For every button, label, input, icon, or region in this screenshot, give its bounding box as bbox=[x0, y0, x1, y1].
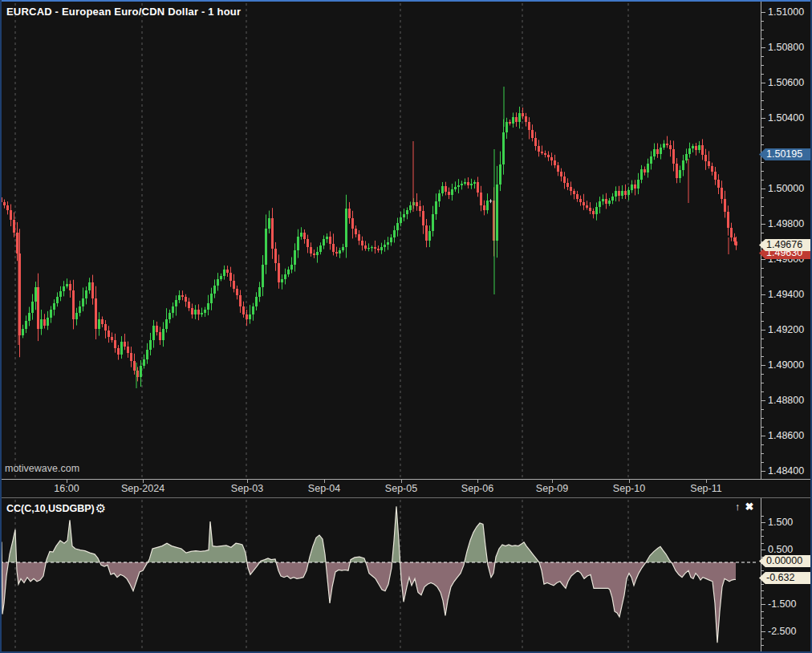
candle-body bbox=[204, 310, 206, 313]
maximize-panel-icon[interactable]: ↑ bbox=[735, 501, 741, 513]
price-minor-tick bbox=[761, 312, 764, 313]
price-minor-tick bbox=[761, 321, 764, 322]
candle-body bbox=[711, 166, 713, 172]
candle-body bbox=[156, 326, 158, 332]
candle-body bbox=[249, 314, 251, 319]
price-minor-tick bbox=[761, 303, 764, 304]
candle-body bbox=[297, 237, 299, 250]
indicator-axis-line bbox=[761, 498, 761, 651]
price-axis-line bbox=[761, 0, 761, 479]
candle-body bbox=[226, 270, 229, 273]
price-minor-tick bbox=[761, 356, 764, 357]
price-minor-tick bbox=[761, 171, 764, 172]
ind-minor-tick bbox=[761, 516, 764, 517]
candle-body bbox=[631, 185, 633, 190]
candle-body bbox=[104, 324, 107, 331]
candle-body bbox=[287, 270, 290, 274]
candle-body bbox=[31, 302, 34, 313]
candle-body bbox=[332, 244, 335, 252]
candle-body bbox=[618, 191, 620, 196]
candle-body bbox=[217, 279, 219, 286]
candle-body bbox=[28, 313, 30, 321]
price-axis[interactable]: 1.510001.508001.506001.504001.502001.500… bbox=[758, 0, 812, 479]
candle-body bbox=[393, 230, 396, 237]
candle-body bbox=[56, 297, 59, 303]
ind-minor-tick bbox=[761, 645, 764, 646]
price-axis-label: 1.50000 bbox=[768, 183, 804, 194]
price-minor-tick bbox=[761, 162, 764, 163]
candle-body bbox=[445, 186, 447, 192]
candle-body bbox=[91, 282, 94, 298]
time-axis-label: Sep-06 bbox=[461, 483, 493, 494]
candle-body bbox=[608, 201, 611, 204]
candle-body bbox=[554, 160, 556, 165]
candle-body bbox=[252, 306, 254, 314]
indicator-axis[interactable]: 1.5000.500-0.500-1.500-2.5000.00000-0.63… bbox=[758, 498, 812, 651]
candle-body bbox=[197, 310, 200, 314]
candle-body bbox=[108, 331, 110, 337]
candle-body bbox=[714, 172, 717, 180]
price-minor-tick bbox=[761, 347, 764, 348]
ind-minor-tick bbox=[761, 543, 764, 544]
price-minor-tick bbox=[761, 206, 764, 207]
ind-minor-tick bbox=[761, 590, 764, 591]
candle-body bbox=[120, 342, 123, 355]
candle-body bbox=[637, 180, 639, 189]
candle-body bbox=[602, 199, 604, 201]
candle-body bbox=[627, 190, 630, 195]
candle-body bbox=[88, 282, 91, 290]
candle-body bbox=[727, 212, 729, 228]
gear-icon[interactable]: ⚙ bbox=[95, 503, 106, 514]
time-axis[interactable]: 16:00Sep-2024Sep-03Sep-04Sep-05Sep-06Sep… bbox=[0, 480, 758, 497]
candle-body bbox=[168, 313, 171, 319]
indicator-canvas[interactable] bbox=[0, 498, 758, 651]
candle-body bbox=[653, 149, 656, 156]
indicator-axis-label: 0.500 bbox=[768, 544, 793, 555]
candle-body bbox=[518, 113, 521, 122]
candle-body bbox=[361, 241, 363, 245]
candle-body bbox=[531, 130, 534, 138]
price-minor-tick bbox=[761, 444, 764, 445]
price-axis-label: 1.50600 bbox=[768, 77, 804, 88]
price-minor-tick bbox=[761, 30, 764, 30]
indicator-badge: -0.632 bbox=[759, 572, 811, 584]
candle-body bbox=[464, 182, 466, 184]
candle-body bbox=[544, 153, 546, 155]
price-badge: 1.49676 bbox=[759, 239, 811, 251]
candle-body bbox=[172, 306, 174, 313]
candle-body bbox=[358, 234, 360, 241]
candle-body bbox=[509, 122, 511, 124]
candle-body bbox=[640, 169, 643, 180]
candle-body bbox=[579, 199, 582, 202]
price-major-tick bbox=[761, 118, 765, 119]
chart-title: EURCAD - European Euro/CDN Dollar - 1 ho… bbox=[6, 6, 241, 18]
candle-body bbox=[435, 201, 437, 214]
price-minor-tick bbox=[761, 91, 764, 92]
candle-body bbox=[644, 169, 646, 172]
candle-body bbox=[669, 145, 672, 149]
candle-body bbox=[550, 157, 553, 160]
price-chart-canvas[interactable] bbox=[0, 0, 758, 479]
candle-body bbox=[502, 132, 505, 164]
price-axis-label: 1.51000 bbox=[768, 6, 804, 18]
candle-body bbox=[326, 237, 328, 239]
candle-body bbox=[505, 122, 508, 132]
candle-body bbox=[695, 146, 697, 150]
price-major-tick bbox=[761, 436, 765, 436]
candle-body bbox=[319, 245, 322, 252]
candle-body bbox=[82, 298, 84, 306]
candle-body bbox=[473, 182, 476, 184]
candle-body bbox=[685, 154, 688, 160]
candle-body bbox=[140, 366, 142, 377]
candle-body bbox=[515, 117, 518, 122]
candle-body bbox=[242, 306, 245, 314]
candle-body bbox=[117, 348, 120, 355]
candle-body bbox=[708, 161, 710, 166]
candle-body bbox=[432, 214, 434, 231]
candle-body bbox=[335, 252, 338, 253]
close-panel-icon[interactable]: ✖ bbox=[745, 501, 754, 513]
candle-body bbox=[599, 201, 601, 207]
candle-body bbox=[724, 199, 726, 212]
candle-body bbox=[37, 287, 39, 329]
candle-body bbox=[656, 149, 659, 154]
